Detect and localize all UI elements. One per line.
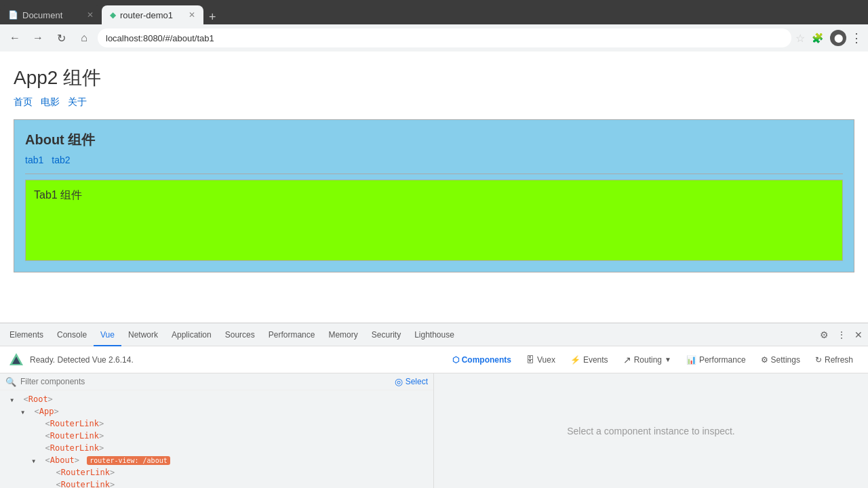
tree-node-routerlink5[interactable]: <RouterLink> <box>0 479 433 488</box>
inspect-hint: Select a component instance to inspect. <box>567 426 734 436</box>
tab-document-title: Document <box>22 10 62 20</box>
browser-controls: ← → ↻ ⌂ ☆ 🧩 ⬤ ⋮ <box>0 24 868 52</box>
devtools-close-button[interactable]: ✕ <box>852 327 865 343</box>
select-button[interactable]: ◎ Select <box>395 376 428 387</box>
devtools: Elements Console Vue Network Application… <box>0 323 868 488</box>
github-icon: ⬤ <box>834 33 843 43</box>
components-icon: ⬡ <box>452 355 459 365</box>
performance-icon: 📊 <box>686 355 696 365</box>
vue-panel: Ready. Detected Vue 2.6.14. ⬡ Components… <box>0 346 868 488</box>
routing-dropdown-icon: ▼ <box>665 356 671 363</box>
vue-action-refresh[interactable]: ↻ Refresh <box>808 352 860 367</box>
menu-button[interactable]: ⋮ <box>850 30 863 45</box>
panel-body: 🔍 ◎ Select <Root> <box>0 373 868 488</box>
nav-home[interactable]: 首页 <box>14 96 33 108</box>
vue-toolbar: Ready. Detected Vue 2.6.14. ⬡ Components… <box>0 346 868 373</box>
tab-router-favicon: ◆ <box>110 10 116 20</box>
about-title: About 组件 <box>25 131 843 149</box>
routing-icon: ↗ <box>623 354 631 365</box>
devtools-tab-memory[interactable]: Memory <box>321 323 364 346</box>
devtools-tab-lighthouse[interactable]: Lighthouse <box>408 323 461 346</box>
about-box: About 组件 tab1 tab2 Tab1 组件 <box>14 119 854 272</box>
tab-router-demo1[interactable]: ◆ router-demo1 ✕ <box>102 5 203 24</box>
devtools-tab-vue[interactable]: Vue <box>94 323 121 346</box>
tab1-title: Tab1 组件 <box>34 188 834 203</box>
about-links: tab1 tab2 <box>25 155 843 165</box>
select-circle-icon: ◎ <box>395 376 403 387</box>
arrow-app[interactable] <box>21 407 29 416</box>
devtools-tab-performance[interactable]: Performance <box>262 323 322 346</box>
browser-chrome: 📄 Document ✕ ◆ router-demo1 ✕ + ← → ↻ ⌂ … <box>0 0 868 52</box>
search-icon: 🔍 <box>5 377 16 387</box>
select-label: Select <box>406 377 428 386</box>
nav-links: 首页 电影 关于 <box>14 96 854 108</box>
tree-node-routerlink3[interactable]: <RouterLink> <box>0 442 433 454</box>
about-route-attr: router-view: /about <box>87 456 170 465</box>
inspect-panel: Select a component instance to inspect. <box>434 373 868 488</box>
tree-node-routerlink2[interactable]: <RouterLink> <box>0 430 433 442</box>
tree-content: <Root> <App> <RouterLink> <box>0 390 433 488</box>
extension-icon: 🧩 <box>812 33 823 43</box>
tab-router-title: router-demo1 <box>120 10 173 20</box>
tab1-box: Tab1 组件 <box>25 180 843 261</box>
tree-node-app[interactable]: <App> <box>0 405 433 418</box>
settings-label: Settings <box>771 355 800 365</box>
events-icon: ⚡ <box>570 355 580 365</box>
page-content: App2 组件 首页 电影 关于 About 组件 tab1 tab2 Tab1… <box>0 52 868 323</box>
devtools-tab-sources[interactable]: Sources <box>218 323 262 346</box>
devtools-more-button[interactable]: ⋮ <box>834 327 849 343</box>
refresh-icon: ↻ <box>815 355 822 365</box>
tab2-link[interactable]: tab2 <box>52 155 70 165</box>
reload-button[interactable]: ↻ <box>52 28 71 47</box>
vue-action-events[interactable]: ⚡ Events <box>564 352 615 367</box>
refresh-label: Refresh <box>825 355 853 365</box>
tab-document-close[interactable]: ✕ <box>87 10 94 20</box>
performance-label: Performance <box>699 355 746 365</box>
tree-node-about[interactable]: <About> router-view: /about <box>0 454 433 466</box>
vue-logo <box>8 352 24 368</box>
app-title: App2 组件 <box>14 65 854 91</box>
star-icon: ☆ <box>795 32 805 45</box>
nav-about[interactable]: 关于 <box>68 96 87 108</box>
components-label: Components <box>462 355 511 365</box>
devtools-tab-elements[interactable]: Elements <box>3 323 50 346</box>
vuex-icon: 🗄 <box>526 355 534 365</box>
tab-document-favicon: 📄 <box>8 10 18 20</box>
devtools-controls: ⚙ ⋮ ✕ <box>817 327 865 343</box>
address-bar[interactable] <box>98 28 791 47</box>
forward-button[interactable]: → <box>28 28 47 47</box>
devtools-tab-console[interactable]: Console <box>50 323 94 346</box>
vue-actions: ⬡ Components 🗄 Vuex ⚡ Events ↗ Routing ▼ <box>446 352 860 368</box>
home-button[interactable]: ⌂ <box>75 28 94 47</box>
github-profile[interactable]: ⬤ <box>830 30 846 46</box>
tree-node-routerlink1[interactable]: <RouterLink> <box>0 418 433 430</box>
tab-router-close[interactable]: ✕ <box>189 10 195 20</box>
devtools-tab-network[interactable]: Network <box>121 323 165 346</box>
back-button[interactable]: ← <box>5 28 24 47</box>
routing-label: Routing <box>634 355 662 365</box>
tree-node-root[interactable]: <Root> <box>0 393 433 405</box>
devtools-tabbar: Elements Console Vue Network Application… <box>0 323 868 346</box>
tree-filter-bar: 🔍 ◎ Select <box>0 373 433 390</box>
vue-action-settings[interactable]: ⚙ Settings <box>754 352 807 367</box>
devtools-settings-button[interactable]: ⚙ <box>817 327 831 343</box>
events-label: Events <box>583 355 608 365</box>
tab-document[interactable]: 📄 Document ✕ <box>0 5 102 24</box>
arrow-about[interactable] <box>32 455 40 465</box>
vue-action-routing[interactable]: ↗ Routing ▼ <box>616 352 678 368</box>
devtools-tab-application[interactable]: Application <box>165 323 218 346</box>
vue-action-components[interactable]: ⬡ Components <box>446 352 518 367</box>
arrow-root[interactable] <box>10 394 18 404</box>
filter-input[interactable] <box>20 377 391 386</box>
settings-icon: ⚙ <box>761 355 768 365</box>
vue-status: Ready. Detected Vue 2.6.14. <box>30 355 134 365</box>
vue-action-vuex[interactable]: 🗄 Vuex <box>519 352 562 367</box>
nav-movies[interactable]: 电影 <box>41 96 60 108</box>
component-tree: 🔍 ◎ Select <Root> <box>0 373 434 488</box>
vue-action-performance[interactable]: 📊 Performance <box>679 352 753 367</box>
new-tab-button[interactable]: + <box>203 10 222 24</box>
tab1-link[interactable]: tab1 <box>25 155 43 165</box>
tree-node-routerlink4[interactable]: <RouterLink> <box>0 466 433 479</box>
devtools-tab-security[interactable]: Security <box>365 323 408 346</box>
vuex-label: Vuex <box>537 355 555 365</box>
